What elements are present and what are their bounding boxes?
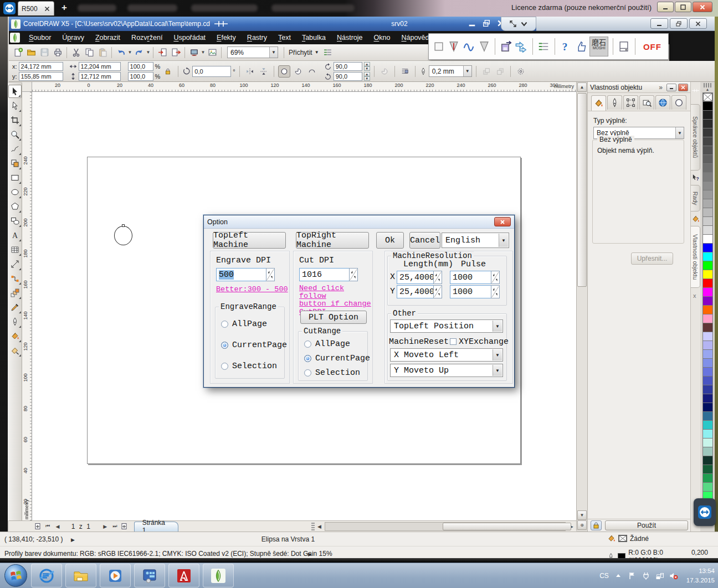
palette-swatch[interactable] bbox=[702, 376, 713, 385]
cut-output-button[interactable] bbox=[478, 37, 490, 56]
fullscreen-preview-button[interactable] bbox=[187, 46, 201, 59]
tray-language-label[interactable]: CS bbox=[599, 572, 609, 580]
engrave-output-button[interactable] bbox=[447, 37, 460, 56]
vertical-scrollbar[interactable]: ▲ ▼ ⊕ bbox=[576, 82, 587, 530]
palette-swatch[interactable] bbox=[702, 367, 713, 376]
snap-dropdown[interactable]: Přichytit ▼ bbox=[289, 49, 319, 56]
send-data-button[interactable] bbox=[515, 37, 527, 56]
tab-transform[interactable] bbox=[623, 95, 638, 110]
menu-rastry[interactable]: Rastry bbox=[242, 32, 273, 43]
palette-swatch[interactable] bbox=[702, 190, 713, 199]
palette-swatch[interactable] bbox=[702, 101, 713, 111]
window-minimize-button[interactable] bbox=[657, 2, 674, 12]
pin-icon[interactable] bbox=[213, 20, 229, 28]
palette-swatch[interactable] bbox=[702, 146, 713, 155]
horizontal-ruler[interactable]: milimetry 200204060801001201401601802002… bbox=[32, 82, 576, 92]
remote-tab-close-icon[interactable] bbox=[44, 6, 50, 12]
previous-page-button[interactable]: ◀ bbox=[53, 522, 63, 531]
session-toolbar-tab[interactable] bbox=[501, 17, 536, 31]
window-close-button[interactable] bbox=[693, 2, 712, 12]
eyedropper-tool[interactable] bbox=[8, 301, 22, 314]
new-document-button[interactable] bbox=[11, 46, 24, 59]
pie-mode-button[interactable] bbox=[292, 65, 304, 78]
scroll-left-button[interactable]: ◀ bbox=[315, 522, 325, 531]
cut-allpage-radio[interactable]: AllPage bbox=[304, 339, 350, 349]
window-maximize-button[interactable] bbox=[675, 2, 691, 12]
x-pulse-spinner[interactable] bbox=[491, 271, 500, 284]
save-button[interactable] bbox=[38, 46, 51, 59]
blend-tool[interactable] bbox=[8, 286, 22, 300]
start-button[interactable] bbox=[4, 564, 27, 587]
taskbar-explorer-button[interactable] bbox=[65, 564, 96, 587]
palette-swatch[interactable] bbox=[702, 278, 713, 288]
scale-x-input[interactable]: 100,0 bbox=[128, 62, 153, 71]
palette-swatch[interactable] bbox=[702, 358, 713, 368]
topright-machine-button[interactable]: TopRight Machine bbox=[296, 232, 369, 249]
palette-swatch[interactable] bbox=[702, 305, 713, 314]
palette-swatch[interactable] bbox=[702, 154, 713, 164]
undo-button[interactable] bbox=[114, 46, 127, 59]
palette-swatch[interactable] bbox=[702, 482, 713, 492]
x-position-input[interactable]: 24,172 mm bbox=[19, 62, 63, 71]
undo-button-dropdown[interactable]: ▼ bbox=[127, 46, 132, 59]
language-combo[interactable]: English▼ bbox=[442, 233, 509, 248]
dialog-titlebar[interactable]: Option bbox=[204, 215, 514, 229]
ellipse-tool[interactable] bbox=[8, 185, 22, 199]
palette-swatch[interactable] bbox=[702, 323, 713, 332]
palette-swatch[interactable] bbox=[702, 270, 713, 279]
redo-button-dropdown[interactable]: ▼ bbox=[146, 46, 151, 59]
scale-y-input[interactable]: 100,0 bbox=[128, 72, 153, 81]
docker-tab-object-manager[interactable]: Správce objektů bbox=[691, 104, 700, 171]
palette-swatch[interactable] bbox=[702, 137, 713, 146]
tray-power-icon[interactable] bbox=[642, 571, 650, 580]
cut-button[interactable] bbox=[69, 46, 83, 59]
tab-internet[interactable] bbox=[655, 95, 670, 110]
palette-swatch[interactable] bbox=[702, 456, 713, 465]
last-page-button[interactable]: ⏭ bbox=[110, 522, 120, 531]
taskbar-wmp-button[interactable] bbox=[100, 564, 131, 587]
curve-tool-button[interactable] bbox=[463, 37, 475, 56]
taskbar-adobe-button[interactable] bbox=[168, 564, 199, 587]
menu-úpravy[interactable]: Úpravy bbox=[57, 32, 90, 43]
laser-off-button[interactable]: OFF bbox=[640, 42, 665, 51]
palette-swatch[interactable] bbox=[702, 438, 713, 447]
vertical-ruler[interactable]: milimetry 240220200180160140120100806040… bbox=[22, 92, 32, 520]
engrave-dpi-spinner[interactable] bbox=[266, 268, 275, 281]
pick-tool[interactable] bbox=[8, 85, 22, 98]
xy-exchange-checkbox[interactable] bbox=[450, 338, 457, 345]
menu-nástroje[interactable]: Nástroje bbox=[331, 32, 368, 43]
tray-volume-muted-icon[interactable] bbox=[669, 571, 678, 580]
y-pulse-spinner[interactable] bbox=[491, 285, 500, 298]
palette-swatch[interactable] bbox=[702, 420, 713, 430]
tab-detail[interactable] bbox=[639, 95, 654, 110]
polygon-tool[interactable] bbox=[8, 200, 22, 213]
position-combo[interactable]: TopLeft Position▼ bbox=[390, 319, 503, 333]
cancel-button[interactable]: Cancel bbox=[409, 232, 440, 249]
x-move-combo[interactable]: X Moveto Left▼ bbox=[390, 348, 503, 362]
docker-strip-close-icon[interactable]: x bbox=[693, 292, 696, 299]
menu-soubor[interactable]: Soubor bbox=[23, 32, 57, 43]
clockwise-arc-button[interactable] bbox=[378, 65, 391, 78]
laser-help-button[interactable]: ? bbox=[560, 37, 572, 56]
plt-option-button[interactable]: PLT Option bbox=[300, 311, 367, 324]
engrave-hint-link[interactable]: Better:300 - 500 bbox=[216, 286, 288, 293]
vertical-scroll-thumb[interactable] bbox=[577, 93, 587, 287]
table-tool[interactable] bbox=[8, 243, 22, 256]
scroll-up-button[interactable]: ▲ bbox=[577, 82, 587, 92]
ok-button[interactable]: Ok bbox=[376, 232, 404, 249]
palette-swatch[interactable] bbox=[702, 181, 713, 190]
docker-tab-object-properties[interactable]: Vlastnosti objektu bbox=[691, 226, 700, 288]
text-wrap-button[interactable] bbox=[399, 65, 411, 78]
corel-minimize-button[interactable] bbox=[650, 18, 668, 29]
paste-button[interactable] bbox=[96, 46, 109, 59]
convert-to-curves-button[interactable] bbox=[515, 65, 527, 78]
palette-swatch[interactable] bbox=[702, 314, 713, 323]
advanced-button[interactable]: Upřesnit... bbox=[631, 252, 673, 265]
fill-tool[interactable] bbox=[8, 329, 22, 343]
palette-swatch[interactable] bbox=[702, 110, 713, 120]
zoom-level-combo[interactable]: 69% ▼ bbox=[227, 47, 278, 58]
ellipse-node[interactable] bbox=[122, 224, 125, 227]
import-button[interactable] bbox=[156, 46, 169, 59]
horizontal-scroll-thumb[interactable] bbox=[443, 523, 571, 530]
object-width-input[interactable]: 12,204 mm bbox=[79, 62, 121, 71]
